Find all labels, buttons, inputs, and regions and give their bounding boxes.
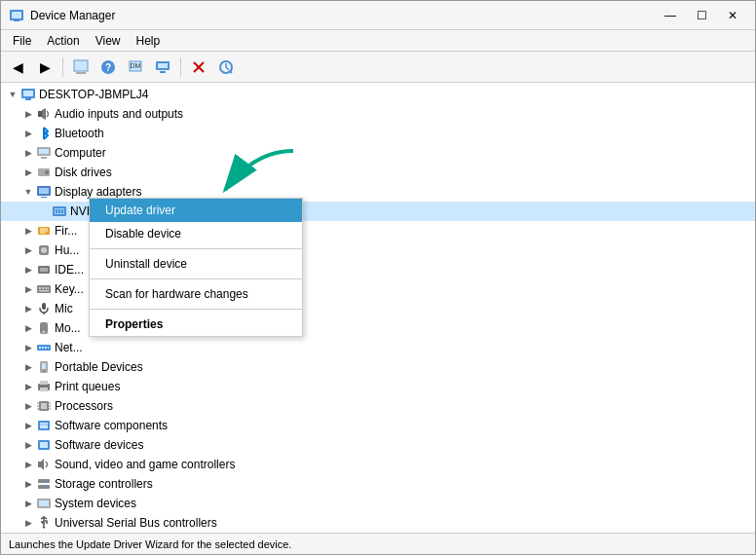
ctx-update-driver[interactable]: Update driver — [90, 199, 302, 222]
svg-rect-40 — [45, 287, 47, 289]
key-label: Key... — [55, 282, 84, 296]
toolbar-update[interactable]: DM — [123, 55, 148, 80]
audio-icon — [36, 106, 52, 122]
audio-label: Audio inputs and outputs — [55, 107, 183, 121]
ctx-disable-device[interactable]: Disable device — [90, 222, 302, 245]
ctx-properties[interactable]: Properties — [90, 313, 302, 336]
list-item[interactable]: ▶ Bluetooth — [1, 124, 755, 143]
toolbar-help[interactable]: ? — [95, 55, 121, 80]
list-item[interactable]: ▶ Processors — [1, 396, 755, 416]
menu-file[interactable]: File — [5, 32, 39, 50]
net-expander[interactable]: ▶ — [20, 340, 36, 355]
toolbar-forward[interactable]: ▶ — [32, 55, 57, 80]
toolbar-back[interactable]: ◀ — [5, 55, 30, 80]
bt-expander[interactable]: ▶ — [20, 126, 36, 141]
root-expander[interactable]: ▼ — [5, 87, 20, 102]
menu-help[interactable]: Help — [129, 32, 169, 50]
svg-rect-70 — [40, 442, 48, 448]
list-item[interactable]: ▶ Software devices — [1, 435, 755, 455]
key-expander[interactable]: ▶ — [20, 281, 36, 297]
storage-expander[interactable]: ▶ — [20, 476, 36, 492]
ctx-separator — [90, 248, 302, 249]
list-item[interactable]: ▶ Audio inputs and outputs — [1, 104, 755, 124]
usb-icon — [36, 515, 52, 531]
svg-point-74 — [47, 486, 49, 488]
portable-expander[interactable]: ▶ — [20, 359, 36, 375]
device-manager-window: Device Manager — ☐ ✕ File Action View He… — [0, 0, 756, 555]
sys-label: System devices — [55, 497, 136, 510]
toolbar-delete[interactable] — [186, 55, 211, 80]
computer-label: Computer — [55, 146, 106, 160]
list-item[interactable]: ▶ Net... — [1, 338, 755, 357]
display-icon — [36, 184, 52, 200]
hu-expander[interactable]: ▶ — [20, 242, 36, 258]
mo-expander[interactable]: ▶ — [20, 320, 36, 336]
ide-expander[interactable]: ▶ — [20, 262, 36, 278]
list-item[interactable]: ▶ Software components — [1, 416, 755, 435]
svg-rect-36 — [40, 268, 48, 272]
close-button[interactable]: ✕ — [718, 6, 747, 25]
fir-label: Fir... — [55, 224, 77, 238]
disk-expander[interactable]: ▶ — [20, 165, 36, 180]
net-label: Net... — [55, 341, 83, 354]
svg-rect-38 — [39, 287, 41, 289]
svg-rect-25 — [39, 188, 49, 194]
root-label: DESKTOP-JBMPLJ4 — [39, 88, 148, 101]
list-item[interactable]: ▶ Portable Devices — [1, 357, 755, 377]
status-text: Launches the Update Driver Wizard for th… — [9, 538, 291, 550]
list-item[interactable]: ▶ Universal Serial Bus controllers — [1, 513, 755, 533]
main-content: ▼ DESKTOP-JBMPLJ4 ▶ — [1, 83, 755, 533]
window-title: Device Manager — [30, 9, 115, 22]
audio-expander[interactable]: ▶ — [20, 106, 36, 122]
print-expander[interactable]: ▶ — [20, 379, 36, 394]
swd-expander[interactable]: ▶ — [20, 437, 36, 453]
ctx-uninstall-device[interactable]: Uninstall device — [90, 252, 302, 276]
maximize-button[interactable]: ☐ — [687, 6, 716, 25]
tree-root[interactable]: ▼ DESKTOP-JBMPLJ4 — [1, 85, 755, 104]
ctx-scan-hardware[interactable]: Scan for hardware changes — [90, 282, 302, 306]
ctx-separator3 — [90, 309, 302, 310]
mo-icon — [36, 320, 52, 336]
svg-rect-57 — [40, 388, 48, 391]
hu-label: Hu... — [55, 243, 79, 257]
sound-expander[interactable]: ▶ — [20, 457, 36, 472]
list-item[interactable]: ▶ Storage controllers — [1, 474, 755, 494]
gpu-icon — [52, 204, 67, 219]
sys-expander[interactable]: ▶ — [20, 496, 36, 511]
fir-expander[interactable]: ▶ — [20, 223, 36, 239]
toolbar-computer[interactable] — [150, 55, 175, 80]
svg-rect-18 — [38, 111, 42, 117]
swc-expander[interactable]: ▶ — [20, 418, 36, 433]
window-icon — [9, 8, 24, 23]
list-item[interactable]: ▶ Print queues — [1, 377, 755, 396]
mic-expander[interactable]: ▶ — [20, 301, 36, 316]
menu-view[interactable]: View — [88, 32, 129, 50]
list-item[interactable]: ▶ Sound, video and game controllers — [1, 455, 755, 474]
list-item[interactable]: ▶ Disk drives — [1, 163, 755, 182]
svg-point-23 — [45, 170, 49, 174]
svg-rect-30 — [58, 209, 60, 213]
ide-icon — [36, 262, 52, 278]
menu-action[interactable]: Action — [39, 32, 87, 50]
svg-rect-16 — [23, 91, 33, 96]
list-item[interactable]: ▶ System devices — [1, 494, 755, 513]
toolbar-scan[interactable] — [213, 55, 239, 80]
proc-expander[interactable]: ▶ — [20, 398, 36, 414]
toolbar-properties[interactable] — [68, 55, 94, 80]
usb-expander[interactable]: ▶ — [20, 515, 36, 531]
bluetooth-icon — [36, 126, 52, 141]
minimize-button[interactable]: — — [656, 6, 685, 25]
disk-icon — [36, 165, 52, 180]
menu-bar: File Action View Help — [1, 30, 755, 52]
context-menu: Update driver Disable device Uninstall d… — [89, 198, 303, 337]
display-expander[interactable]: ▼ — [20, 184, 36, 200]
printer-icon — [36, 379, 52, 394]
disk-label: Disk drives — [55, 166, 112, 179]
svg-rect-59 — [41, 403, 47, 409]
tree-panel[interactable]: ▼ DESKTOP-JBMPLJ4 ▶ — [1, 83, 755, 533]
svg-rect-4 — [76, 72, 86, 74]
title-buttons: — ☐ ✕ — [656, 6, 747, 25]
list-item[interactable]: ▶ Computer — [1, 143, 755, 163]
svg-rect-48 — [39, 347, 41, 349]
computer-expander[interactable]: ▶ — [20, 145, 36, 161]
